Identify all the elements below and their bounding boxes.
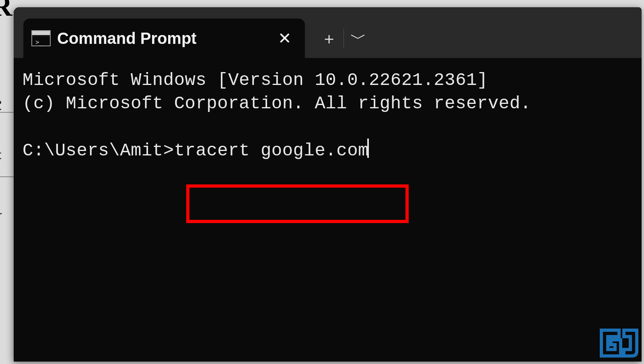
titlebar: >_ Command Prompt ✕ ＋ ﹀ xyxy=(14,7,642,58)
plus-icon: ＋ xyxy=(321,27,337,50)
titlebar-actions: ＋ ﹀ xyxy=(305,19,373,58)
close-tab-button[interactable]: ✕ xyxy=(275,29,294,48)
background-text-fragment: R xyxy=(0,0,12,23)
terminal-window: >_ Command Prompt ✕ ＋ ﹀ Microsoft Window… xyxy=(14,7,642,362)
annotation-highlight-box xyxy=(186,184,409,223)
background-divider xyxy=(0,112,14,113)
text-cursor xyxy=(367,139,369,158)
background-text-fragment: t xyxy=(0,148,1,162)
terminal-output-area[interactable]: Microsoft Windows [Version 10.0.22621.23… xyxy=(14,58,642,243)
terminal-prompt: C:\Users\Amit> xyxy=(23,141,174,161)
background-text-fragment: r xyxy=(0,209,2,222)
terminal-line: (c) Microsoft Corporation. All rights re… xyxy=(23,93,531,114)
tab-title: Command Prompt xyxy=(57,29,269,48)
background-divider xyxy=(0,176,14,177)
gj-watermark-logo xyxy=(600,329,638,358)
tab-dropdown-button[interactable]: ﹀ xyxy=(344,19,373,58)
chevron-down-icon: ﹀ xyxy=(350,27,366,50)
terminal-line: Microsoft Windows [Version 10.0.22621.23… xyxy=(23,70,488,90)
tab-command-prompt[interactable]: >_ Command Prompt ✕ xyxy=(23,19,305,58)
command-prompt-icon: >_ xyxy=(31,30,51,46)
terminal-command-input[interactable]: tracert google.com xyxy=(174,141,369,161)
new-tab-button[interactable]: ＋ xyxy=(315,19,344,58)
